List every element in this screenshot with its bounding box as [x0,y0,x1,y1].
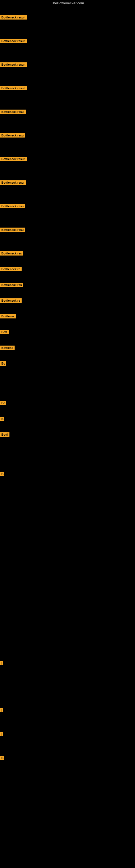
bottleneck-badge-18: Bo [0,401,6,406]
bottleneck-badge-21: B [0,472,4,477]
bottleneck-badge-3: Bottleneck result [0,86,27,91]
bottleneck-badge-15: Bott [0,330,9,335]
bottleneck-badge-17: Bo [0,361,6,367]
badge-text: Bottleneck resul [0,110,26,114]
bottleneck-badge-14: Bottlenec [0,314,16,319]
bottleneck-badge-0: Bottleneck result [0,15,27,21]
bottleneck-badge-9: Bottleneck resu [0,227,25,233]
badge-text: Bottleneck result [0,62,27,67]
bottleneck-badge-8: Bottleneck resu [0,204,25,209]
bottleneck-badge-4: Bottleneck resul [0,110,26,115]
bottleneck-badge-25: B [0,756,4,761]
badge-text: Bo [0,401,6,405]
badge-text: Bottleneck resu [0,227,25,232]
badge-text: Bottleneck re [0,267,21,271]
badge-text: Bo [0,361,6,366]
badge-text: Bottleneck resu [0,133,25,137]
badge-text: B [0,756,4,760]
badge-text: | [0,732,3,736]
bottleneck-badge-5: Bottleneck resu [0,133,25,138]
badge-text: B [0,416,4,421]
bottleneck-badge-7: Bottleneck resul [0,180,26,186]
bottleneck-badge-10: Bottleneck res [0,251,23,257]
bottleneck-badge-24: | [0,732,3,737]
badge-text: | [0,708,3,712]
bottleneck-badge-12: Bottleneck res [0,283,23,288]
bottleneck-badge-16: Bottlene [0,346,14,351]
badge-text: Bottleneck result [0,157,27,161]
bottleneck-badge-6: Bottleneck result [0,157,27,162]
bottleneck-badge-1: Bottleneck result [0,39,27,44]
badge-text: Bottleneck result [0,39,27,43]
badge-text: Bott [0,330,9,334]
bottleneck-badge-23: | [0,708,3,713]
badge-text: Bottlene [0,346,14,350]
badge-text: Bottleneck re [0,299,21,303]
bottleneck-badge-19: B [0,416,4,422]
bottleneck-badge-13: Bottleneck re [0,299,21,304]
badge-text: Bottleneck resul [0,180,26,185]
badge-text: B [0,472,4,476]
badge-text: Bottleneck result [0,86,27,90]
bottleneck-badge-11: Bottleneck re [0,267,21,272]
badge-text: Bottleneck resu [0,204,25,208]
bottleneck-badge-20: Bottl [0,432,9,438]
badge-text: | [0,661,3,665]
badge-text: Bottleneck result [0,15,27,20]
bottleneck-badge-22: | [0,661,3,666]
badge-text: Bottl [0,432,9,437]
badge-text: Bottlenec [0,314,16,318]
site-title: TheBottlenecker.com [0,0,135,6]
badge-text: Bottleneck res [0,251,23,255]
badge-text: Bottleneck res [0,283,23,287]
bottleneck-badge-2: Bottleneck result [0,62,27,68]
